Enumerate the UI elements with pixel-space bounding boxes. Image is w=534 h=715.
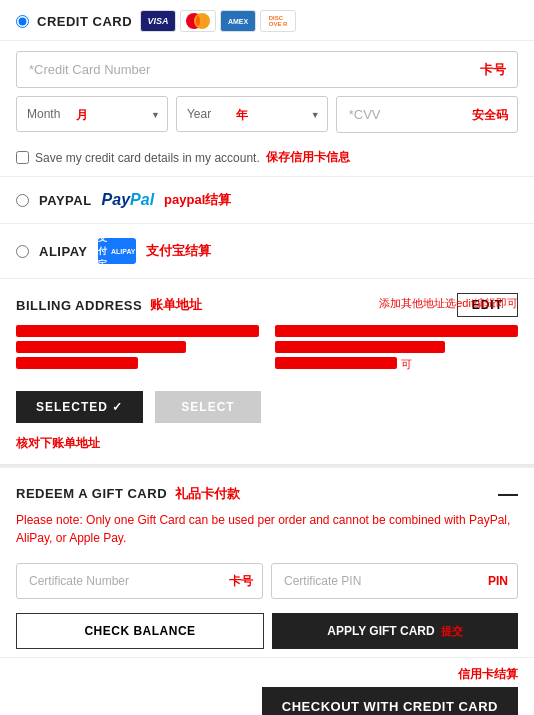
credit-card-section-header: CREDIT CARD VISA AMEX DISCOVE R xyxy=(0,0,534,41)
alipay-box: 支付宝ALIPAY xyxy=(98,238,136,264)
gc-inputs: 卡号 PIN xyxy=(0,557,534,605)
address-line-1 xyxy=(16,325,259,337)
cert-number-wrapper: 卡号 xyxy=(16,563,263,599)
paypal-chinese: paypal结算 xyxy=(164,191,231,209)
billing-annotation: 添加其他地址选edit编辑即可 xyxy=(379,295,518,312)
credit-card-fields: 卡号 Month 01020304 05060708 09101112 月 Ye… xyxy=(0,41,534,143)
year-select-wrap: Year 2024202520262027 202820292030 年 xyxy=(176,96,328,133)
cvv-wrapper: 安全码 xyxy=(336,96,518,133)
cert-pin-chinese: PIN xyxy=(488,574,508,588)
checkout-button[interactable]: CHECKOUT WITH CREDIT CARD xyxy=(262,687,518,715)
alipay-option: ALIPAY 支付宝ALIPAY 支付宝结算 xyxy=(0,223,534,278)
paypal-label: PAYPAL xyxy=(39,193,92,208)
address-line-3 xyxy=(16,357,138,369)
verify-text: 核对下账单地址 xyxy=(0,431,534,464)
credit-card-number-input[interactable] xyxy=(16,51,518,88)
billing-title-en: BILLING ADDRESS xyxy=(16,298,142,313)
mastercard-icon xyxy=(180,10,216,32)
checkout-row: 信用卡结算 CHECKOUT WITH CREDIT CARD xyxy=(0,657,534,715)
alipay-radio[interactable] xyxy=(16,245,29,258)
select-button[interactable]: SELECT xyxy=(155,391,260,423)
can-text: 可 xyxy=(401,357,412,372)
cert-number-input[interactable] xyxy=(16,563,263,599)
credit-card-label: CREDIT CARD xyxy=(37,14,132,29)
credit-card-radio[interactable] xyxy=(16,15,29,28)
paypal-logo: PayPal xyxy=(102,191,154,209)
address-line-5 xyxy=(275,341,445,353)
save-card-checkbox[interactable] xyxy=(16,151,29,164)
month-select[interactable]: Month 01020304 05060708 09101112 xyxy=(16,96,168,132)
gift-card-title: REDEEM A GIFT CARD 礼品卡付款 xyxy=(16,485,240,503)
year-select[interactable]: Year 2024202520262027 202820292030 xyxy=(176,96,328,132)
checkout-chinese: 信用卡结算 xyxy=(458,666,518,683)
apply-gift-label: APPLY GIFT CARD xyxy=(327,624,434,638)
cert-pin-wrapper: PIN xyxy=(271,563,518,599)
month-select-wrap: Month 01020304 05060708 09101112 月 xyxy=(16,96,168,133)
address-buttons: SELECTED ✓ SELECT xyxy=(0,383,534,431)
gc-title-en: REDEEM A GIFT CARD xyxy=(16,486,167,501)
visa-icon: VISA xyxy=(140,10,176,32)
address-block-1 xyxy=(16,325,259,373)
alipay-logo: 支付宝ALIPAY xyxy=(98,238,136,264)
apply-gift-chinese: 提交 xyxy=(441,624,463,639)
discover-icon: DISCOVE R xyxy=(260,10,296,32)
paypal-pay: P xyxy=(102,191,113,209)
gc-actions: CHECK BALANCE APPLY GIFT CARD 提交 xyxy=(0,605,534,657)
card-number-wrapper: 卡号 xyxy=(16,51,518,88)
address-line-2 xyxy=(16,341,186,353)
gc-note-highlight: Only one Gift Card can be used per order… xyxy=(16,513,510,545)
card-number-chinese: 卡号 xyxy=(480,61,506,79)
cert-pin-input[interactable] xyxy=(271,563,518,599)
gc-title-zh: 礼品卡付款 xyxy=(175,485,240,503)
alipay-chinese: 支付宝结算 xyxy=(146,242,211,260)
card-expiry-row: Month 01020304 05060708 09101112 月 Year … xyxy=(16,96,518,133)
card-icons: VISA AMEX DISCOVE R xyxy=(140,10,296,32)
save-card-label: Save my credit card details in my accoun… xyxy=(35,151,260,165)
gc-note-prefix: Please note: xyxy=(16,513,86,527)
paypal-radio[interactable] xyxy=(16,194,29,207)
save-card-row: Save my credit card details in my accoun… xyxy=(0,143,534,176)
checkout-wrapper: 信用卡结算 CHECKOUT WITH CREDIT CARD xyxy=(262,666,518,715)
address-line-6 xyxy=(275,357,397,369)
address-annotation: 可 xyxy=(275,357,518,372)
gc-collapse-button[interactable]: — xyxy=(498,482,518,505)
cert-number-chinese: 卡号 xyxy=(229,573,253,590)
selected-button[interactable]: SELECTED ✓ xyxy=(16,391,143,423)
amex-icon: AMEX xyxy=(220,10,256,32)
alipay-label: ALIPAY xyxy=(39,244,88,259)
apply-gift-button[interactable]: APPLY GIFT CARD 提交 xyxy=(272,613,518,649)
billing-title-zh: 账单地址 xyxy=(150,296,202,314)
paypal-option: PAYPAL PayPal paypal结算 xyxy=(0,176,534,223)
cvv-chinese: 安全码 xyxy=(472,106,508,123)
paypal-pal: Pal xyxy=(130,191,154,209)
check-balance-button[interactable]: CHECK BALANCE xyxy=(16,613,264,649)
billing-addresses-container: 可 添加其他地址选edit编辑即可 xyxy=(16,325,518,373)
address-line-4 xyxy=(275,325,518,337)
gc-note: Please note: Only one Gift Card can be u… xyxy=(0,511,534,557)
save-card-chinese: 保存信用卡信息 xyxy=(266,149,350,166)
address-block-2: 可 xyxy=(275,325,518,373)
billing-title: BILLING ADDRESS 账单地址 xyxy=(16,296,202,314)
gift-card-header: REDEEM A GIFT CARD 礼品卡付款 — xyxy=(0,466,534,511)
billing-content: 可 添加其他地址选edit编辑即可 xyxy=(0,325,534,383)
paypal-pay2: ay xyxy=(112,191,130,209)
